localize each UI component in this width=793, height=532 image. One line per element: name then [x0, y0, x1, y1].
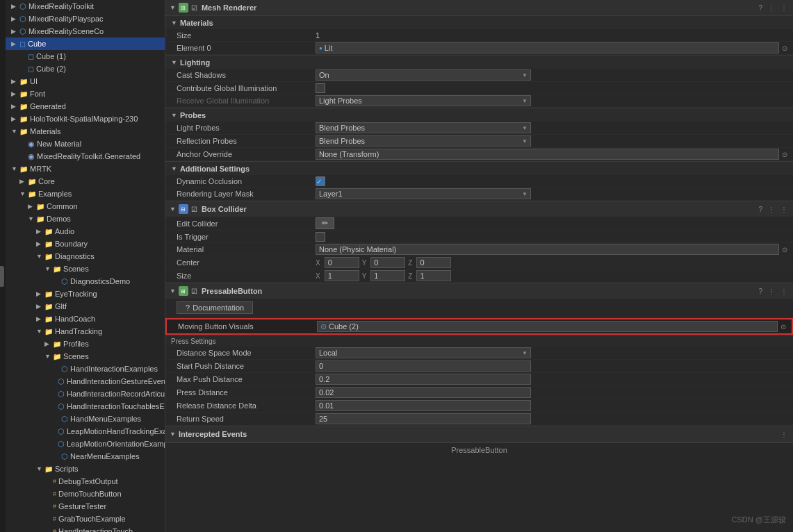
help-button[interactable]: ? — [757, 4, 764, 12]
tree-item-handintertouch[interactable]: ▶ ⬡ HandInteractionTouchablesExample — [6, 400, 165, 413]
lighting-subsection[interactable]: ▼ Lighting — [165, 55, 793, 69]
tree-item-common[interactable]: ▶ 📁 Common — [6, 200, 165, 213]
receive-gi-dropdown[interactable]: Light Probes ▼ — [316, 95, 531, 106]
center-x-field[interactable] — [325, 257, 359, 268]
tree-item-gltf[interactable]: ▶ 📁 Gltf — [6, 300, 165, 313]
tree-item-leapmotionhand[interactable]: ▶ ⬡ LeapMotionHandTrackingExample — [6, 425, 165, 438]
tree-item-font[interactable]: ▶ 📁 Font — [6, 88, 165, 100]
tree-item-holotoolkit[interactable]: ▶ 📁 HoloToolkit-SpatialMapping-230 — [6, 113, 165, 125]
edit-collider-button[interactable]: ✏ — [316, 217, 334, 229]
tree-item-handinterex[interactable]: ▶ ⬡ HandInteractionExamples — [6, 363, 165, 375]
settings-button[interactable]: ⋮ — [767, 206, 776, 213]
tree-item-gesturetester[interactable]: ▶ # GestureTester — [6, 500, 165, 513]
center-z-field[interactable] — [416, 257, 451, 268]
tree-item-boundary[interactable]: ▶ 📁 Boundary — [6, 238, 165, 250]
target-icon[interactable]: ⊙ — [780, 323, 786, 331]
is-trigger-checkbox[interactable] — [316, 232, 325, 242]
tree-item-examples[interactable]: ▼ 📁 Examples — [6, 188, 165, 200]
size-x-field[interactable] — [325, 270, 359, 281]
tree-item-generated[interactable]: ▶ 📁 Generated — [6, 100, 165, 113]
tree-item-handintertouch2[interactable]: ▶ # HandInteractionTouch — [6, 525, 165, 532]
arrow-icon: ▶ — [11, 115, 19, 122]
rendering-layer-mask-value: Layer1 ▼ — [316, 188, 787, 199]
contribute-gi-checkbox[interactable] — [316, 83, 325, 93]
help-button[interactable]: ? — [757, 288, 764, 295]
hierarchy-panel: ▶ ⬡ MixedRealityToolkit ▶ ⬡ MixedReality… — [6, 0, 165, 532]
tree-item-scenes[interactable]: ▼ 📁 Scenes — [6, 263, 165, 275]
tree-item-eyetracking[interactable]: ▶ 📁 EyeTracking — [6, 288, 165, 300]
tree-item-diagnostics[interactable]: ▼ 📁 Diagnostics — [6, 250, 165, 263]
size-y-field[interactable] — [370, 270, 405, 281]
resize-handle[interactable] — [0, 266, 4, 287]
settings-button[interactable]: ⋮ — [767, 4, 776, 12]
tree-item-mrsceneco[interactable]: ▶ ⬡ MixedRealitySceneCo — [6, 25, 165, 38]
tree-item-leapmotionori[interactable]: ▶ ⬡ LeapMotionOrientationExample — [6, 438, 165, 450]
tree-item-ui[interactable]: ▶ 📁 UI — [6, 75, 165, 88]
intercepted-events-header[interactable]: ▼ Intercepted Events ⋮ — [165, 426, 793, 442]
enabled-checkbox[interactable]: ☑ — [191, 288, 197, 295]
more-button[interactable]: ⋮ — [779, 288, 789, 295]
return-speed-field[interactable] — [316, 413, 531, 424]
materials-subsection[interactable]: ▼ Materials — [165, 15, 793, 29]
cast-shadows-dropdown[interactable]: On ▼ — [316, 69, 531, 81]
tree-item-grabtouch[interactable]: ▶ # GrabTouchExample — [6, 513, 165, 525]
help-button[interactable]: ? — [757, 206, 764, 213]
folder-icon: 📁 — [44, 465, 53, 473]
more-button[interactable]: ⋮ — [779, 4, 789, 12]
press-distance-field[interactable] — [316, 387, 531, 398]
tree-item-mrtoolkit[interactable]: ▶ ⬡ MixedRealityToolkit — [6, 0, 165, 13]
tree-item-newmaterial[interactable]: ▶ ◉ New Material — [6, 138, 165, 150]
reflection-probes-dropdown[interactable]: Blend Probes ▼ — [316, 135, 531, 147]
tree-item-handcoach[interactable]: ▶ 📁 HandCoach — [6, 313, 165, 325]
tree-item-handmenuex[interactable]: ▶ ⬡ HandMenuExamples — [6, 413, 165, 425]
tree-item-diagdemo[interactable]: ▶ ⬡ DiagnosticsDemo — [6, 275, 165, 288]
tree-item-materials[interactable]: ▼ 📁 Materials — [6, 125, 165, 138]
max-push-distance-field[interactable] — [316, 374, 531, 385]
mesh-renderer-header[interactable]: ▼ ⊞ ☑ Mesh Renderer ? ⋮ ⋮ — [165, 0, 793, 15]
documentation-button[interactable]: ? Documentation — [177, 301, 253, 314]
tree-item-scripts[interactable]: ▼ 📁 Scripts — [6, 463, 165, 475]
target-icon[interactable]: ⊙ — [782, 246, 787, 253]
start-push-distance-field[interactable] — [316, 360, 531, 372]
tree-item-cube2[interactable]: ▶ ◻ Cube (2) — [6, 63, 165, 75]
tree-item-cube1[interactable]: ▶ ◻ Cube (1) — [6, 50, 165, 63]
size-z-field[interactable] — [416, 270, 451, 281]
tree-item-core[interactable]: ▶ 📁 Core — [6, 175, 165, 188]
dynamic-occlusion-checkbox[interactable]: ✓ — [316, 176, 325, 186]
target-icon[interactable]: ⊙ — [782, 44, 787, 52]
tree-item-nearmenex[interactable]: ▶ ⬡ NearMenuExamples — [6, 450, 165, 463]
moving-button-visuals-field[interactable]: ⊙ Cube (2) — [317, 321, 778, 332]
element0-field[interactable]: ● Lit — [316, 42, 779, 53]
enabled-checkbox[interactable]: ☑ — [191, 4, 197, 12]
pressable-button-header[interactable]: ▼ ⊞ ☑ PressableButton ? ⋮ ⋮ — [165, 283, 793, 299]
tree-item-handintergest[interactable]: ▶ ⬡ HandInteractionGestureEventsExamp — [6, 375, 165, 388]
tree-item-mrplayspace[interactable]: ▶ ⬡ MixedRealityPlayspac — [6, 13, 165, 25]
rendering-layer-mask-dropdown[interactable]: Layer1 ▼ — [316, 188, 531, 199]
settings-button[interactable]: ⋮ — [767, 288, 776, 295]
tree-item-audio[interactable]: ▶ 📁 Audio — [6, 225, 165, 238]
tree-item-handinterrecord[interactable]: ▶ ⬡ HandInteractionRecordArticulatedHa — [6, 388, 165, 400]
additional-settings-subsection[interactable]: ▼ Additional Settings — [165, 161, 793, 175]
moving-button-visuals-row: Moving Button Visuals ⊙ Cube (2) ⊙ — [165, 318, 793, 335]
tree-item-mrtk[interactable]: ▼ 📁 MRTK — [6, 163, 165, 175]
anchor-override-field[interactable]: None (Transform) — [316, 149, 779, 160]
light-probes-dropdown[interactable]: Blend Probes ▼ — [316, 122, 531, 133]
center-y-field[interactable] — [370, 257, 405, 268]
tree-item-demos[interactable]: ▼ 📁 Demos — [6, 213, 165, 225]
material-field[interactable]: None (Physic Material) — [316, 244, 779, 255]
more-button[interactable]: ⋮ — [779, 206, 789, 213]
tree-item-mrtgen[interactable]: ▶ ◉ MixedRealityToolkit.Generated — [6, 150, 165, 163]
more-button[interactable]: ⋮ — [779, 431, 789, 438]
tree-item-cube[interactable]: ▶ ◻ Cube — [6, 38, 165, 50]
tree-item-handtracking[interactable]: ▼ 📁 HandTracking — [6, 325, 165, 338]
distance-space-mode-dropdown[interactable]: Local ▼ — [316, 347, 531, 358]
probes-subsection[interactable]: ▼ Probes — [165, 108, 793, 122]
release-distance-delta-field[interactable] — [316, 400, 531, 411]
target-icon[interactable]: ⊙ — [782, 151, 787, 158]
box-collider-header[interactable]: ▼ ⊟ ☑ Box Collider ? ⋮ ⋮ — [165, 201, 793, 217]
tree-item-profiles[interactable]: ▶ 📁 Profiles — [6, 338, 165, 350]
tree-item-debugtxt[interactable]: ▶ # DebugTextOutput — [6, 475, 165, 488]
tree-item-demotouch[interactable]: ▶ # DemoTouchButton — [6, 488, 165, 500]
tree-item-scenes2[interactable]: ▼ 📁 Scenes — [6, 350, 165, 363]
enabled-checkbox[interactable]: ☑ — [191, 206, 197, 213]
